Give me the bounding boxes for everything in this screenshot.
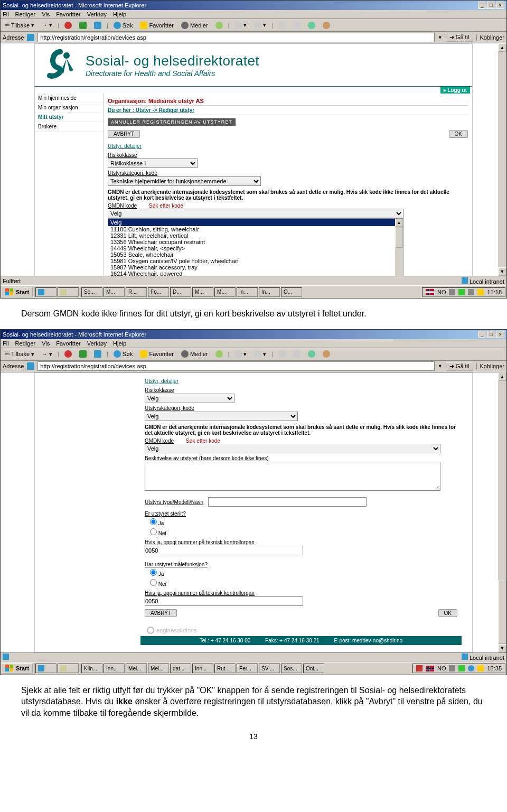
back-button[interactable]: ⇦ Tilbake ▾ [3, 350, 36, 359]
male-nei-radio[interactable] [150, 579, 157, 586]
lang-text[interactable]: NO [437, 665, 446, 671]
menu-favoritter[interactable]: Favoritter [56, 11, 80, 17]
print-button[interactable]: ▾ [252, 349, 268, 359]
task-tab[interactable]: SV:... [259, 664, 280, 673]
sok-kode-link[interactable]: Søk etter kode [186, 438, 220, 444]
minimize-button[interactable]: _ [478, 331, 486, 338]
lang-indicator[interactable] [426, 289, 434, 295]
media-button[interactable]: Medier [179, 21, 210, 30]
scroll-up-button[interactable]: ▲ [498, 43, 506, 52]
listbox-scrollbar[interactable]: ▲ ▼ [395, 219, 403, 276]
maximize-button[interactable]: □ [487, 331, 495, 338]
start-button[interactable]: Start [2, 663, 33, 674]
scroll-up-icon[interactable]: ▲ [395, 219, 403, 227]
search-button[interactable]: Søk [111, 349, 135, 359]
avbryt-button[interactable]: AVBRYT [145, 609, 177, 617]
menu-verktoy[interactable]: Verktøy [87, 11, 107, 17]
sidebar-item-organisasjon[interactable]: Min organisasjon [35, 103, 103, 113]
ok-button[interactable]: OK [449, 130, 468, 138]
list-item[interactable]: 15981 Oxygen canister/IV pole holder, wh… [108, 258, 403, 264]
page-scrollbar[interactable]: ▲ ▼ [498, 43, 506, 276]
list-highlight[interactable]: Velg [108, 219, 403, 226]
scroll-thumb[interactable] [498, 581, 506, 644]
tool-button-2[interactable] [321, 21, 332, 30]
media-button[interactable]: Medier [179, 349, 210, 359]
stop-button[interactable] [62, 349, 74, 359]
links-label[interactable]: Koblinger [476, 363, 504, 369]
male-ja-radio[interactable] [150, 569, 157, 576]
task-tab[interactable]: In... [237, 287, 258, 297]
history-button[interactable] [213, 349, 225, 359]
mail-button[interactable]: ▾ [232, 21, 249, 30]
sok-kode-link[interactable]: Søk etter kode [149, 203, 183, 209]
list-item[interactable]: 15053 Scale, wheelchair [108, 251, 403, 258]
beskrivelse-textarea[interactable] [145, 462, 440, 491]
tray-icon[interactable] [468, 289, 474, 295]
task-tab[interactable]: Inn... [192, 664, 213, 673]
favorites-button[interactable]: Favoritter [138, 349, 175, 359]
menu-favoritter[interactable]: Favoritter [56, 340, 80, 347]
task-tab[interactable]: D... [170, 287, 191, 297]
quick-launch[interactable] [58, 664, 79, 673]
task-tab[interactable]: Fo... [148, 287, 169, 297]
tray-icon[interactable] [449, 289, 455, 295]
tray-icon[interactable] [449, 665, 455, 671]
ok-button[interactable]: OK [438, 609, 457, 617]
discuss-button[interactable] [291, 349, 303, 359]
home-button[interactable] [92, 349, 104, 359]
task-tab[interactable]: Rut... [214, 664, 236, 673]
lang-indicator[interactable] [426, 666, 434, 671]
task-tab[interactable]: M... [104, 287, 125, 297]
list-item[interactable]: 13356 Wheelchair occupant restraint [108, 239, 403, 245]
quick-launch[interactable] [35, 287, 57, 297]
tray-icon[interactable] [416, 665, 422, 671]
list-item[interactable]: 11100 Cushion, sitting, wheelchair [108, 226, 403, 232]
close-button[interactable]: × [496, 2, 504, 9]
task-tab[interactable]: Klin... [81, 664, 102, 673]
sidebar-item-utstyr[interactable]: Mitt utstyr [35, 113, 103, 122]
maximize-button[interactable]: □ [487, 2, 495, 9]
mail-button[interactable]: ▾ [232, 349, 249, 359]
go-button[interactable]: ➜ Gå til [446, 33, 473, 42]
quick-launch[interactable] [35, 664, 57, 673]
close-button[interactable]: × [496, 331, 504, 338]
type-input[interactable] [208, 497, 367, 507]
tray-icon[interactable] [468, 665, 474, 671]
risiko-select[interactable]: Velg [145, 394, 234, 403]
avbryt-button[interactable]: AVBRYT [108, 130, 140, 138]
volume-icon[interactable] [477, 289, 484, 295]
task-tab[interactable]: M... [214, 287, 236, 297]
quick-launch[interactable] [58, 287, 79, 297]
sterilt-ja-radio[interactable] [150, 518, 157, 525]
edit-button[interactable] [276, 21, 288, 30]
task-tab[interactable]: So... [81, 287, 102, 297]
task-tab[interactable]: M... [192, 287, 213, 297]
menu-rediger[interactable]: Rediger [15, 340, 36, 347]
search-button[interactable]: Søk [111, 21, 135, 30]
task-tab[interactable]: Onl... [303, 664, 324, 673]
gmdn-select[interactable]: Velg [145, 444, 440, 453]
edit-button[interactable] [276, 349, 288, 359]
tray-icon[interactable] [458, 289, 465, 295]
task-tab[interactable]: Mel... [148, 664, 169, 673]
task-tab[interactable]: O... [281, 287, 302, 297]
discuss-button[interactable] [291, 21, 303, 30]
start-button[interactable]: Start [2, 287, 33, 297]
gmdn-select[interactable]: Velg [108, 209, 403, 218]
url-input[interactable] [37, 361, 434, 371]
lang-text[interactable]: NO [437, 289, 446, 295]
forward-button[interactable]: → ▾ [40, 350, 54, 359]
stop-button[interactable] [62, 21, 74, 30]
list-item[interactable]: 14449 Wheelchair, <specify> [108, 245, 403, 251]
tool-button[interactable] [306, 349, 317, 359]
task-tab[interactable]: Fer... [237, 664, 258, 673]
scroll-down-button[interactable]: ▼ [498, 267, 506, 276]
tool-button[interactable] [306, 21, 317, 30]
scroll-up-button[interactable]: ▲ [498, 372, 506, 381]
sterilt-nei-radio[interactable] [150, 528, 157, 535]
task-tab[interactable]: Inn... [104, 664, 125, 673]
kontroll-input[interactable] [145, 546, 303, 555]
favorites-button[interactable]: Favoritter [138, 21, 175, 30]
task-tab[interactable]: R... [126, 287, 147, 297]
menu-verktoy[interactable]: Verktøy [87, 340, 107, 347]
